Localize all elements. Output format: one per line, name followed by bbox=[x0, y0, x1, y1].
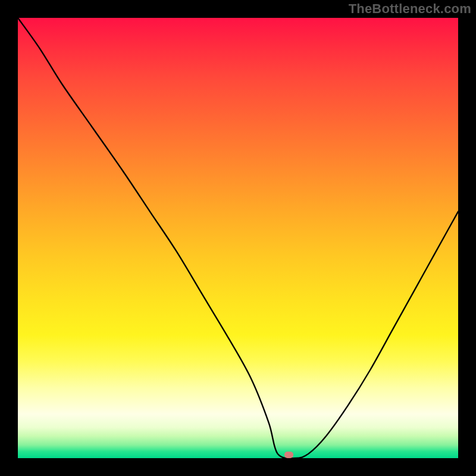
chart-frame: TheBottleneck.com bbox=[0, 0, 476, 476]
bottleneck-curve bbox=[18, 18, 458, 458]
watermark-text: TheBottleneck.com bbox=[349, 1, 471, 17]
curve-path bbox=[18, 18, 458, 458]
plot-area bbox=[18, 18, 458, 458]
min-marker bbox=[284, 452, 293, 458]
